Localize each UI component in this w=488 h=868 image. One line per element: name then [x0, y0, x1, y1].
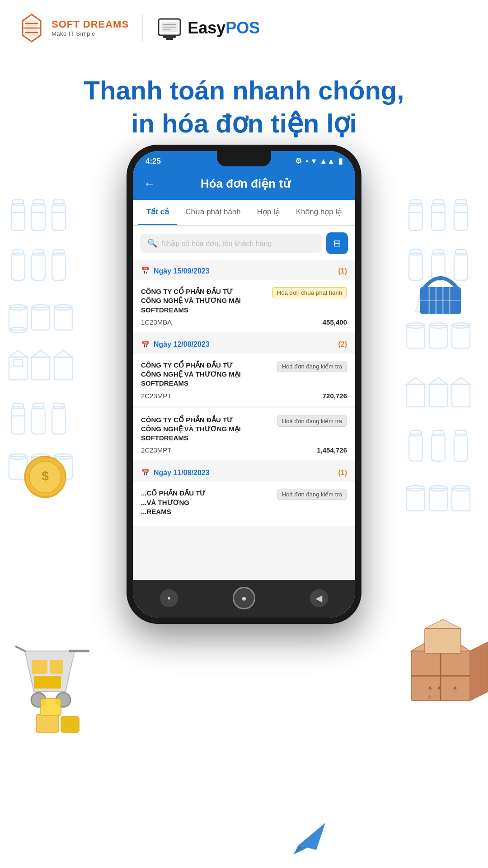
svg-rect-30 [13, 403, 23, 409]
svg-point-82 [25, 457, 66, 497]
status-badge-3: Hoá đơn đang kiểm tra [277, 415, 347, 427]
battery-level-icon: ▮ [338, 156, 343, 166]
svg-point-79 [429, 486, 447, 491]
svg-rect-13 [52, 253, 66, 280]
svg-rect-24 [14, 359, 23, 366]
soft-dreams-text: SOFT DREAMS Make IT Simple [52, 19, 129, 37]
invoice-card-1[interactable]: CÔNG TY CỔ PHẦN ĐẦU TƯ CÔNG NGHỆ VÀ THƯƠ… [133, 280, 355, 332]
svg-rect-98 [41, 698, 61, 716]
svg-rect-48 [454, 203, 468, 231]
svg-rect-4 [33, 200, 44, 205]
tab-unpublished[interactable]: Chưa phát hành [177, 200, 249, 225]
date-group-2-header: 📅 Ngày 12/08/2023 (2) [133, 334, 355, 354]
invoice-code-2: 2C23MPT [141, 392, 172, 400]
header-bar: SOFT DREAMS Make IT Simple EasyPOS [0, 0, 488, 56]
svg-text:▲: ▲ [452, 684, 458, 691]
svg-point-39 [32, 454, 50, 459]
bottom-nav: ▪ ● ◀ [133, 580, 355, 618]
svg-rect-11 [32, 253, 45, 280]
search-icon: 🔍 [147, 238, 157, 248]
hero-title: Thanh toán nhanh chóng, in hóa đơn tiện … [27, 74, 461, 140]
invoice-card-1-top: CÔNG TY CỔ PHẦN ĐẦU TƯ CÔNG NGHỆ VÀ THƯƠ… [141, 287, 347, 315]
svg-rect-60 [429, 326, 447, 348]
svg-rect-25 [32, 357, 50, 380]
svg-rect-29 [11, 407, 25, 434]
svg-rect-68 [452, 384, 470, 407]
svg-point-63 [452, 323, 470, 328]
svg-rect-3 [32, 203, 45, 231]
svg-rect-7 [53, 200, 64, 205]
invoice-card-4[interactable]: ...CỔ PHẦN ĐẦU TƯ...VÀ THƯƠNG...REAMS Ho… [133, 481, 355, 526]
app-bar-title: Hóa đơn điện tử [163, 177, 328, 191]
tabs-row: Tất cả Chưa phát hành Hợp lệ Không hợp l… [133, 200, 355, 226]
phone-outer: 4:25 ⚙ ▪ ▾ ▲▲ ▮ ← Hóa đơn điện tử Tất cả… [127, 145, 361, 624]
tab-all[interactable]: Tất cả [138, 200, 177, 225]
invoice-card-2[interactable]: CÔNG TY CỔ PHẦN ĐẦU TƯ CÔNG NGHỆ VÀ THƯƠ… [133, 354, 355, 406]
nav-back-button[interactable]: ◀ [310, 589, 328, 607]
svg-marker-26 [32, 350, 50, 357]
svg-rect-15 [9, 307, 27, 330]
status-time: 4:25 [145, 157, 161, 166]
svg-rect-35 [53, 403, 64, 409]
svg-marker-111 [294, 845, 307, 854]
status-badge-4: Hoá đơn đang kiểm tra [277, 489, 347, 500]
svg-point-81 [452, 486, 470, 491]
svg-rect-73 [433, 430, 444, 436]
svg-rect-75 [455, 430, 466, 436]
svg-point-41 [54, 454, 72, 459]
date-text-2: Ngày 12/08/2023 [154, 340, 210, 349]
nav-square-button[interactable]: ▪ [160, 589, 178, 607]
nav-home-button[interactable]: ● [233, 587, 255, 609]
invoice-card-4-top: ...CỔ PHẦN ĐẦU TƯ...VÀ THƯƠNG...REAMS Ho… [141, 489, 347, 516]
svg-rect-54 [433, 250, 444, 255]
svg-rect-1 [13, 200, 23, 205]
svg-rect-32 [32, 407, 45, 434]
svg-rect-96 [36, 714, 59, 732]
invoice-card-2-top: CÔNG TY CỔ PHẦN ĐẦU TƯ CÔNG NGHỆ VÀ THƯƠ… [141, 361, 347, 388]
search-row: 🔍 Nhập số hóa đơn, tên khách hàng ⊟ [133, 226, 355, 260]
svg-text:⚠: ⚠ [427, 693, 432, 700]
svg-point-37 [9, 454, 27, 459]
battery-icon: ▪ [305, 157, 308, 166]
filter-button[interactable]: ⊟ [326, 232, 348, 254]
svg-rect-62 [452, 326, 470, 348]
search-input-wrap[interactable]: 🔍 Nhập số hóa đơn, tên khách hàng [140, 234, 322, 253]
svg-rect-52 [410, 250, 421, 255]
svg-rect-43 [410, 200, 421, 205]
svg-rect-10 [13, 250, 23, 255]
svg-rect-74 [454, 434, 468, 461]
square-icon: ▪ [168, 593, 171, 604]
content-area: 📅 Ngày 15/09/2023 (1) CÔNG TY CỔ PHẦN ĐẦ… [133, 260, 355, 580]
svg-rect-56 [455, 250, 466, 255]
svg-rect-14 [53, 250, 64, 255]
tab-invalid[interactable]: Không hợp lệ [288, 200, 350, 225]
svg-rect-45 [432, 203, 445, 231]
soft-dreams-logo: SOFT DREAMS Make IT Simple [16, 13, 129, 43]
invoice-card-3[interactable]: CÔNG TY CỔ PHẦN ĐẦU TƯ CÔNG NGHỆ VÀ THƯƠ… [133, 408, 355, 461]
svg-rect-27 [54, 357, 72, 380]
invoice-code-3: 2C23MPT [141, 446, 172, 454]
svg-point-61 [429, 323, 447, 328]
invoice-amount-3: 1,454,726 [317, 446, 347, 454]
svg-rect-70 [409, 434, 422, 461]
invoice-amount-2: 720,726 [323, 392, 347, 400]
back-button[interactable]: ← [144, 177, 155, 191]
date-label-3: 📅 Ngày 11/08/2023 [141, 468, 210, 477]
svg-rect-36 [9, 457, 27, 479]
svg-marker-100 [411, 633, 470, 651]
invoice-code-1: 1C23MBA [141, 318, 172, 326]
circle-icon: ● [241, 593, 247, 604]
date-label-2: 📅 Ngày 12/08/2023 [141, 340, 210, 349]
status-badge-2: Hoá đơn đang kiểm tra [277, 361, 347, 372]
svg-point-19 [32, 305, 50, 310]
svg-rect-80 [452, 488, 470, 511]
date-group-1-header: 📅 Ngày 15/09/2023 (1) [133, 260, 355, 280]
easypos-logo: EasyPOS [157, 15, 260, 41]
logo-divider [142, 14, 143, 42]
date-label-1: 📅 Ngày 15/09/2023 [141, 267, 210, 275]
phone-mockup: 4:25 ⚙ ▪ ▾ ▲▲ ▮ ← Hóa đơn điện tử Tất cả… [127, 145, 361, 624]
tab-valid[interactable]: Hợp lệ [249, 200, 288, 225]
svg-point-83 [29, 461, 61, 493]
signal-icon: ▲▲ [319, 157, 335, 166]
svg-marker-105 [425, 619, 461, 628]
